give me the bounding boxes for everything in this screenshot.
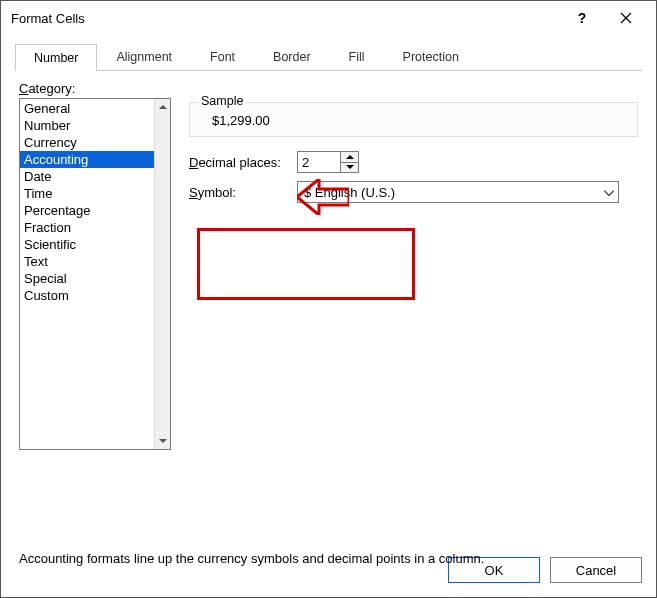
chevron-down-icon xyxy=(604,185,614,200)
category-label: Category: xyxy=(19,81,638,96)
titlebar-controls: ? xyxy=(560,3,648,33)
list-item-accounting[interactable]: Accounting xyxy=(20,151,154,168)
decimal-label: Decimal places: xyxy=(189,155,297,170)
list-item-general[interactable]: General xyxy=(20,100,154,117)
dialog-body: Category: General Number Currency Accoun… xyxy=(1,71,656,557)
list-item-custom[interactable]: Custom xyxy=(20,287,154,304)
close-button[interactable] xyxy=(604,3,648,33)
tab-alignment[interactable]: Alignment xyxy=(97,43,191,70)
list-item-percentage[interactable]: Percentage xyxy=(20,202,154,219)
symbol-value: $ English (U.S.) xyxy=(304,185,395,200)
titlebar: Format Cells ? xyxy=(1,1,656,35)
sample-label: Sample xyxy=(198,94,246,108)
tab-number[interactable]: Number xyxy=(15,44,97,71)
tab-font[interactable]: Font xyxy=(191,43,254,70)
symbol-row: Symbol: $ English (U.S.) xyxy=(189,181,638,203)
decimal-input[interactable] xyxy=(298,152,340,172)
sample-group: Sample $1,299.00 xyxy=(189,102,638,137)
decimal-row: Decimal places: xyxy=(189,151,638,173)
list-item-time[interactable]: Time xyxy=(20,185,154,202)
scroll-down-icon[interactable] xyxy=(155,433,170,449)
dialog-title: Format Cells xyxy=(11,11,560,26)
decimal-down-button[interactable] xyxy=(341,163,358,173)
decimal-spinner[interactable] xyxy=(297,151,359,173)
sample-value: $1,299.00 xyxy=(198,113,629,128)
format-cells-dialog: Format Cells ? Number Alignment Font Bor… xyxy=(0,0,657,598)
close-icon xyxy=(620,12,632,24)
tab-protection[interactable]: Protection xyxy=(384,43,478,70)
description-text: Accounting formats line up the currency … xyxy=(19,551,638,566)
caret-up-icon xyxy=(346,154,354,160)
list-item-special[interactable]: Special xyxy=(20,270,154,287)
tab-fill[interactable]: Fill xyxy=(330,43,384,70)
list-item-text[interactable]: Text xyxy=(20,253,154,270)
caret-down-icon xyxy=(346,164,354,170)
listbox-scrollbar[interactable] xyxy=(154,99,170,449)
right-pane: Sample $1,299.00 Decimal places: xyxy=(189,98,638,211)
tab-border[interactable]: Border xyxy=(254,43,330,70)
list-item-scientific[interactable]: Scientific xyxy=(20,236,154,253)
help-button[interactable]: ? xyxy=(560,3,604,33)
list-item-date[interactable]: Date xyxy=(20,168,154,185)
symbol-combo[interactable]: $ English (U.S.) xyxy=(297,181,619,203)
scroll-track[interactable] xyxy=(155,115,170,433)
scroll-up-icon[interactable] xyxy=(155,99,170,115)
symbol-label: Symbol: xyxy=(189,185,297,200)
category-listbox[interactable]: General Number Currency Accounting Date … xyxy=(19,98,171,450)
decimal-up-button[interactable] xyxy=(341,152,358,163)
list-item-fraction[interactable]: Fraction xyxy=(20,219,154,236)
list-item-number[interactable]: Number xyxy=(20,117,154,134)
tab-bar: Number Alignment Font Border Fill Protec… xyxy=(15,43,642,71)
list-item-currency[interactable]: Currency xyxy=(20,134,154,151)
